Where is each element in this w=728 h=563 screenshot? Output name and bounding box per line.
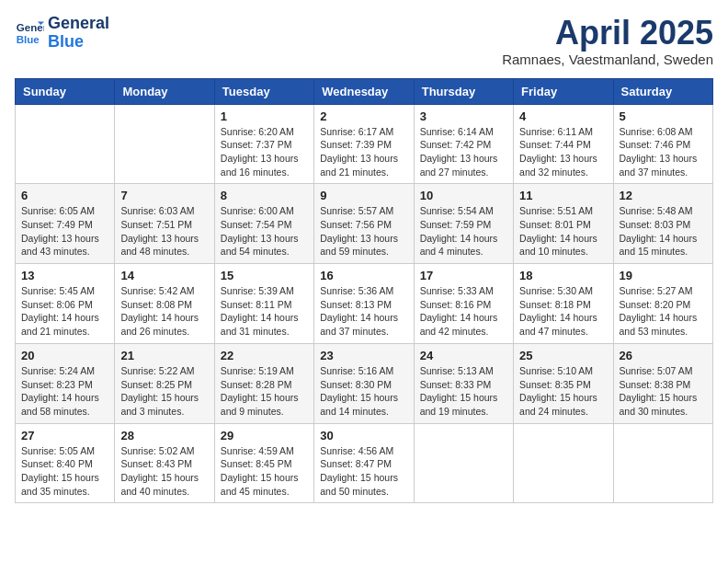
calendar-cell: 7Sunrise: 6:03 AM Sunset: 7:51 PM Daylig… <box>115 184 214 264</box>
weekday-header-wednesday: Wednesday <box>314 78 414 104</box>
day-info: Sunrise: 5:42 AM Sunset: 8:08 PM Dayligh… <box>120 284 208 339</box>
calendar-cell: 13Sunrise: 5:45 AM Sunset: 8:06 PM Dayli… <box>16 264 115 344</box>
day-number: 25 <box>519 349 607 362</box>
calendar-cell: 2Sunrise: 6:17 AM Sunset: 7:39 PM Daylig… <box>314 104 414 184</box>
day-number: 16 <box>320 269 407 282</box>
day-number: 15 <box>221 269 308 282</box>
day-number: 22 <box>221 349 308 362</box>
month-title: April 2025 <box>502 15 713 52</box>
calendar-cell <box>115 104 214 184</box>
day-number: 6 <box>21 189 108 202</box>
day-info: Sunrise: 5:02 AM Sunset: 8:43 PM Dayligh… <box>120 444 208 499</box>
day-number: 13 <box>21 269 108 282</box>
day-number: 1 <box>221 109 308 123</box>
day-info: Sunrise: 6:05 AM Sunset: 7:49 PM Dayligh… <box>21 204 108 259</box>
day-info: Sunrise: 4:59 AM Sunset: 8:45 PM Dayligh… <box>221 444 308 499</box>
day-info: Sunrise: 6:08 AM Sunset: 7:46 PM Dayligh… <box>620 125 707 179</box>
calendar-cell: 22Sunrise: 5:19 AM Sunset: 8:28 PM Dayli… <box>214 343 313 423</box>
day-info: Sunrise: 5:27 AM Sunset: 8:20 PM Dayligh… <box>620 284 707 339</box>
day-number: 7 <box>120 189 208 202</box>
day-info: Sunrise: 5:30 AM Sunset: 8:18 PM Dayligh… <box>519 284 607 339</box>
day-number: 19 <box>620 269 707 282</box>
calendar-cell: 29Sunrise: 4:59 AM Sunset: 8:45 PM Dayli… <box>214 423 313 503</box>
weekday-header-thursday: Thursday <box>414 78 513 104</box>
day-number: 11 <box>519 189 607 202</box>
day-info: Sunrise: 5:13 AM Sunset: 8:33 PM Dayligh… <box>420 364 507 419</box>
calendar-cell <box>16 104 115 184</box>
day-number: 27 <box>21 429 108 442</box>
week-row-1: 1Sunrise: 6:20 AM Sunset: 7:37 PM Daylig… <box>16 104 713 184</box>
weekday-header-monday: Monday <box>115 78 214 104</box>
calendar-table: SundayMondayTuesdayWednesdayThursdayFrid… <box>15 78 713 504</box>
calendar-cell: 5Sunrise: 6:08 AM Sunset: 7:46 PM Daylig… <box>613 104 712 184</box>
day-number: 18 <box>519 269 607 282</box>
day-info: Sunrise: 6:03 AM Sunset: 7:51 PM Dayligh… <box>120 204 208 259</box>
weekday-header-saturday: Saturday <box>613 78 712 104</box>
week-row-4: 20Sunrise: 5:24 AM Sunset: 8:23 PM Dayli… <box>16 343 713 423</box>
calendar-cell: 25Sunrise: 5:10 AM Sunset: 8:35 PM Dayli… <box>514 343 613 423</box>
day-number: 23 <box>320 349 407 362</box>
day-info: Sunrise: 4:56 AM Sunset: 8:47 PM Dayligh… <box>320 444 407 499</box>
logo-text-blue: Blue <box>48 33 109 52</box>
day-number: 12 <box>620 189 707 202</box>
day-info: Sunrise: 5:05 AM Sunset: 8:40 PM Dayligh… <box>21 444 108 499</box>
weekday-header-tuesday: Tuesday <box>214 78 313 104</box>
calendar-cell: 1Sunrise: 6:20 AM Sunset: 7:37 PM Daylig… <box>214 104 313 184</box>
day-number: 29 <box>221 429 308 442</box>
weekday-header-row: SundayMondayTuesdayWednesdayThursdayFrid… <box>16 78 713 104</box>
calendar-cell: 15Sunrise: 5:39 AM Sunset: 8:11 PM Dayli… <box>214 264 313 344</box>
day-info: Sunrise: 5:48 AM Sunset: 8:03 PM Dayligh… <box>620 204 707 259</box>
day-number: 10 <box>420 189 507 202</box>
day-info: Sunrise: 5:16 AM Sunset: 8:30 PM Dayligh… <box>320 364 407 419</box>
day-info: Sunrise: 6:11 AM Sunset: 7:44 PM Dayligh… <box>519 125 607 179</box>
day-info: Sunrise: 6:14 AM Sunset: 7:42 PM Dayligh… <box>420 125 507 179</box>
day-info: Sunrise: 5:19 AM Sunset: 8:28 PM Dayligh… <box>221 364 308 419</box>
week-row-3: 13Sunrise: 5:45 AM Sunset: 8:06 PM Dayli… <box>16 264 713 344</box>
calendar-cell: 21Sunrise: 5:22 AM Sunset: 8:25 PM Dayli… <box>115 343 214 423</box>
calendar-cell: 19Sunrise: 5:27 AM Sunset: 8:20 PM Dayli… <box>613 264 712 344</box>
location-subtitle: Ramnaes, Vaestmanland, Sweden <box>502 52 713 67</box>
calendar-cell: 20Sunrise: 5:24 AM Sunset: 8:23 PM Dayli… <box>16 343 115 423</box>
day-info: Sunrise: 6:00 AM Sunset: 7:54 PM Dayligh… <box>221 204 308 259</box>
day-info: Sunrise: 5:45 AM Sunset: 8:06 PM Dayligh… <box>21 284 108 339</box>
page-header: General Blue General Blue April 2025 Ram… <box>15 15 713 67</box>
calendar-cell: 8Sunrise: 6:00 AM Sunset: 7:54 PM Daylig… <box>214 184 313 264</box>
calendar-cell <box>613 423 712 503</box>
day-number: 9 <box>320 189 407 202</box>
day-info: Sunrise: 5:54 AM Sunset: 7:59 PM Dayligh… <box>420 204 507 259</box>
calendar-cell: 26Sunrise: 5:07 AM Sunset: 8:38 PM Dayli… <box>613 343 712 423</box>
calendar-cell: 28Sunrise: 5:02 AM Sunset: 8:43 PM Dayli… <box>115 423 214 503</box>
calendar-cell: 9Sunrise: 5:57 AM Sunset: 7:56 PM Daylig… <box>314 184 414 264</box>
day-number: 30 <box>320 429 407 442</box>
calendar-cell: 16Sunrise: 5:36 AM Sunset: 8:13 PM Dayli… <box>314 264 414 344</box>
calendar-cell: 27Sunrise: 5:05 AM Sunset: 8:40 PM Dayli… <box>16 423 115 503</box>
day-info: Sunrise: 5:57 AM Sunset: 7:56 PM Dayligh… <box>320 204 407 259</box>
calendar-cell: 14Sunrise: 5:42 AM Sunset: 8:08 PM Dayli… <box>115 264 214 344</box>
day-number: 5 <box>620 109 707 123</box>
calendar-cell: 23Sunrise: 5:16 AM Sunset: 8:30 PM Dayli… <box>314 343 414 423</box>
day-number: 14 <box>120 269 208 282</box>
calendar-cell: 30Sunrise: 4:56 AM Sunset: 8:47 PM Dayli… <box>314 423 414 503</box>
calendar-cell: 24Sunrise: 5:13 AM Sunset: 8:33 PM Dayli… <box>414 343 513 423</box>
day-info: Sunrise: 6:17 AM Sunset: 7:39 PM Dayligh… <box>320 125 407 179</box>
day-info: Sunrise: 5:51 AM Sunset: 8:01 PM Dayligh… <box>519 204 607 259</box>
day-number: 28 <box>120 429 208 442</box>
day-number: 2 <box>320 109 407 123</box>
day-info: Sunrise: 5:22 AM Sunset: 8:25 PM Dayligh… <box>120 364 208 419</box>
day-info: Sunrise: 6:20 AM Sunset: 7:37 PM Dayligh… <box>221 125 308 179</box>
calendar-cell: 11Sunrise: 5:51 AM Sunset: 8:01 PM Dayli… <box>514 184 613 264</box>
day-number: 3 <box>420 109 507 123</box>
week-row-5: 27Sunrise: 5:05 AM Sunset: 8:40 PM Dayli… <box>16 423 713 503</box>
day-info: Sunrise: 5:33 AM Sunset: 8:16 PM Dayligh… <box>420 284 507 339</box>
calendar-cell <box>414 423 513 503</box>
title-section: April 2025 Ramnaes, Vaestmanland, Sweden <box>502 15 713 67</box>
day-number: 17 <box>420 269 507 282</box>
logo-text-general: General <box>48 15 109 33</box>
day-info: Sunrise: 5:39 AM Sunset: 8:11 PM Dayligh… <box>221 284 308 339</box>
day-info: Sunrise: 5:36 AM Sunset: 8:13 PM Dayligh… <box>320 284 407 339</box>
day-info: Sunrise: 5:24 AM Sunset: 8:23 PM Dayligh… <box>21 364 108 419</box>
day-number: 24 <box>420 349 507 362</box>
day-info: Sunrise: 5:07 AM Sunset: 8:38 PM Dayligh… <box>620 364 707 419</box>
calendar-cell: 3Sunrise: 6:14 AM Sunset: 7:42 PM Daylig… <box>414 104 513 184</box>
calendar-cell <box>514 423 613 503</box>
